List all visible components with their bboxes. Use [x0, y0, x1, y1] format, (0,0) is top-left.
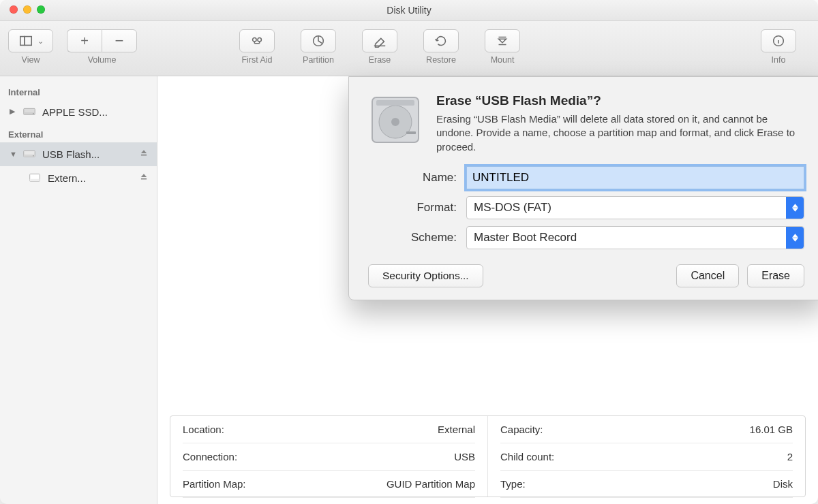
info-row: Partition Map:GUID Partition Map: [183, 471, 475, 498]
disclosure-triangle-icon[interactable]: ▶: [10, 107, 16, 116]
format-label: Format:: [368, 201, 466, 215]
svg-rect-12: [141, 155, 147, 156]
info-key: Child count:: [500, 451, 554, 462]
view-button[interactable]: ⌄: [8, 29, 53, 52]
sidebar: Internal ▶ APPLE SSD... External ▼ USB F…: [0, 76, 157, 504]
svg-point-11: [33, 155, 33, 156]
plus-icon: +: [80, 33, 89, 49]
sidebar-item-external-0[interactable]: ▼ USB Flash...: [0, 142, 157, 166]
volume-label: Volume: [88, 55, 117, 65]
scheme-selected-value: Master Boot Record: [474, 231, 577, 245]
sidebar-header-internal: Internal: [0, 82, 157, 100]
format-select[interactable]: MS-DOS (FAT): [466, 196, 804, 219]
info-value: 2: [787, 451, 793, 462]
info-value: 16.01 GB: [750, 424, 793, 435]
svg-rect-15: [141, 178, 147, 180]
info-row: Type:Disk: [500, 471, 793, 498]
info-value: External: [438, 424, 475, 435]
scheme-label: Scheme:: [368, 231, 466, 245]
svg-point-2: [253, 37, 257, 42]
sidebar-header-external: External: [0, 124, 157, 142]
svg-point-8: [33, 113, 33, 114]
external-drive-icon: [22, 146, 37, 163]
internal-drive-icon: [22, 104, 37, 121]
window-title: Disk Utility: [387, 5, 431, 16]
sidebar-item-external-1[interactable]: Extern...: [0, 166, 157, 190]
sidebar-item-label: USB Flash...: [42, 148, 100, 160]
chevron-down-icon: ⌄: [37, 37, 44, 46]
first-aid-button[interactable]: [239, 29, 275, 52]
info-key: Type:: [500, 478, 526, 490]
restore-button[interactable]: [423, 29, 459, 52]
remove-volume-button[interactable]: −: [102, 29, 137, 52]
main-pane: 16.01 GB Location:External Connection:US…: [157, 76, 818, 504]
info-value: USB: [454, 451, 475, 462]
mount-button[interactable]: [485, 29, 520, 52]
dialog-title: Erase “USB Flash Media”?: [436, 93, 804, 108]
format-selected-value: MS-DOS (FAT): [474, 201, 551, 215]
name-label: Name:: [368, 171, 466, 185]
zoom-window-button[interactable]: [37, 5, 45, 14]
eject-icon[interactable]: [139, 148, 149, 160]
info-key: Partition Map:: [183, 478, 246, 490]
svg-rect-1: [25, 37, 31, 46]
updown-chevron-icon: [786, 197, 804, 219]
sidebar-item-internal-0[interactable]: ▶ APPLE SSD...: [0, 100, 157, 124]
content-area: Internal ▶ APPLE SSD... External ▼ USB F…: [0, 76, 818, 504]
dialog-description: Erasing “USB Flash Media” will delete al…: [436, 112, 804, 154]
svg-point-18: [391, 118, 399, 126]
info-column-right: Capacity:16.01 GB Child count:2 Type:Dis…: [487, 416, 805, 497]
mount-label: Mount: [491, 55, 515, 65]
info-row: Location:External: [183, 416, 475, 443]
titlebar: Disk Utility: [0, 0, 818, 21]
view-label: View: [22, 55, 40, 65]
svg-point-3: [258, 37, 262, 42]
info-key: Connection:: [183, 451, 237, 462]
eject-icon[interactable]: [139, 172, 149, 184]
scheme-select[interactable]: Master Boot Record: [466, 226, 804, 249]
partition-label: Partition: [303, 55, 334, 65]
info-key: Location:: [183, 424, 224, 435]
info-key: Capacity:: [500, 424, 543, 435]
sidebar-item-label: Extern...: [48, 172, 86, 184]
svg-rect-20: [406, 131, 416, 134]
cancel-button[interactable]: Cancel: [676, 264, 739, 287]
disclosure-triangle-icon[interactable]: ▼: [10, 150, 16, 158]
info-row: Connection:USB: [183, 443, 475, 471]
erase-button[interactable]: [362, 29, 397, 52]
info-label: Info: [772, 55, 786, 65]
info-column-left: Location:External Connection:USB Partiti…: [170, 416, 487, 497]
svg-rect-0: [20, 37, 24, 46]
toolbar: ⌄ View + − Volume First Aid Partition: [0, 21, 818, 76]
window-controls: [10, 5, 45, 14]
info-value: GUID Partition Map: [387, 478, 475, 490]
info-value: Disk: [773, 478, 793, 490]
hard-drive-icon: [368, 93, 423, 146]
close-window-button[interactable]: [10, 5, 18, 14]
security-options-button[interactable]: Security Options...: [368, 264, 483, 287]
info-row: Child count:2: [500, 443, 793, 471]
volume-icon: [27, 170, 42, 187]
info-row: Device:disk2: [500, 498, 793, 504]
erase-label: Erase: [369, 55, 391, 65]
name-input[interactable]: [466, 166, 804, 189]
app-window: Disk Utility ⌄ View + − Volume First Aid: [0, 0, 818, 504]
minus-icon: −: [115, 32, 124, 50]
first-aid-label: First Aid: [241, 55, 272, 65]
restore-label: Restore: [426, 55, 456, 65]
svg-rect-14: [30, 179, 40, 182]
info-row: S.M.A.R.T. status:Not Supported: [183, 498, 475, 504]
erase-dialog: Erase “USB Flash Media”? Erasing “USB Fl…: [348, 76, 818, 300]
updown-chevron-icon: [786, 227, 804, 249]
sidebar-item-label: APPLE SSD...: [42, 106, 108, 118]
partition-button[interactable]: [301, 29, 336, 52]
svg-rect-19: [376, 100, 414, 106]
info-row: Capacity:16.01 GB: [500, 416, 793, 443]
minimize-window-button[interactable]: [23, 5, 31, 14]
add-volume-button[interactable]: +: [67, 29, 102, 52]
info-button[interactable]: [761, 29, 796, 52]
erase-confirm-button[interactable]: Erase: [747, 264, 804, 287]
info-panel: Location:External Connection:USB Partiti…: [170, 415, 806, 497]
